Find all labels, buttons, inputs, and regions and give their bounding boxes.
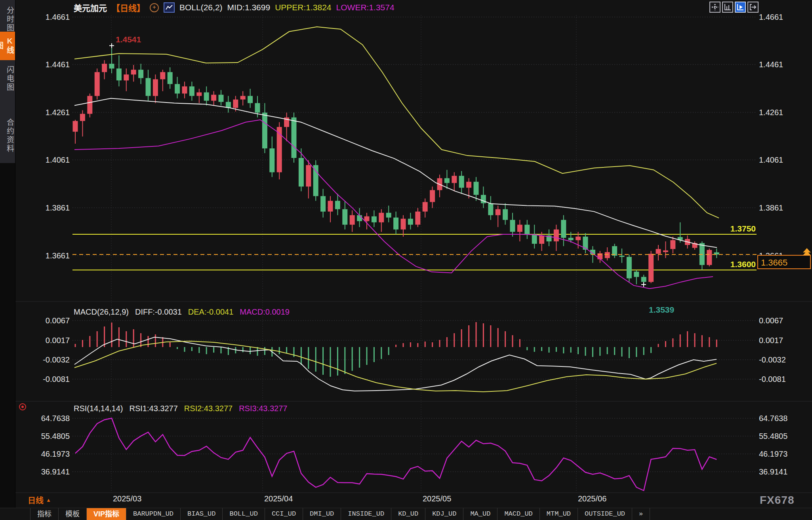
timeframe-button[interactable]: 日线 ▲ (28, 494, 51, 506)
svg-text:0.0017: 0.0017 (46, 336, 70, 345)
svg-text:46.1973: 46.1973 (759, 450, 787, 458)
boll-upper-line (74, 27, 719, 218)
auto-scroll-icon[interactable] (735, 2, 746, 13)
svg-text:-0.0081: -0.0081 (759, 375, 786, 383)
boll-params-label: BOLL(26,2) (179, 3, 223, 12)
macd-dea-label: DEA:-0.0041 (188, 307, 234, 317)
svg-text:36.9141: 36.9141 (41, 467, 70, 476)
macd-params-label: MACD(26,12,9) (74, 307, 129, 317)
svg-text:1.4261: 1.4261 (759, 108, 783, 117)
tab-indicators[interactable]: 指标 (30, 508, 59, 520)
panel-dividers (15, 302, 812, 493)
macd-header: MACD(26,12,9) DIFF:-0.0031 DEA:-0.0041 M… (74, 307, 290, 317)
resistance-label: 1.3750 (730, 224, 756, 233)
tab-templates[interactable]: 模板 (59, 508, 87, 520)
svg-text:55.4805: 55.4805 (41, 432, 70, 440)
tab-bias-ud[interactable]: BIAS_UD (181, 508, 223, 520)
svg-text:1.3861: 1.3861 (46, 203, 70, 212)
tab-vip[interactable]: VIP指标 (87, 508, 126, 520)
tab-outside-ud[interactable]: OUTSIDE_UD (578, 508, 632, 520)
month-gridlines (111, 15, 576, 493)
tab-dmi-ud[interactable]: DMI_UD (303, 508, 341, 520)
add-indicator-icon[interactable]: + (150, 3, 159, 12)
sidebar-item-timeline[interactable]: 分时图 (0, 5, 15, 34)
rsi-header: RSI(14,14,14) RSI1:43.3277 RSI2:43.3277 … (74, 404, 288, 413)
macd-histogram (75, 322, 717, 377)
low-price-label: 1.3539 (649, 305, 674, 314)
svg-text:46.1973: 46.1973 (41, 450, 70, 458)
svg-text:0.0017: 0.0017 (759, 336, 783, 345)
svg-text:1.4261: 1.4261 (46, 108, 70, 117)
low-marker (641, 282, 646, 287)
period-label[interactable]: 【日线】 (112, 2, 145, 13)
candlestick-series (73, 46, 719, 285)
chart-svg[interactable]: 1.46611.46611.44611.44611.42611.42611.40… (0, 0, 812, 508)
price-up-arrow-icon (803, 248, 811, 255)
rsi2-label: RSI2:43.3277 (184, 404, 233, 413)
svg-text:2025/04: 2025/04 (264, 494, 293, 503)
move-crosshair-icon[interactable] (709, 2, 721, 13)
svg-text:-0.0081: -0.0081 (43, 375, 70, 383)
svg-text:1.3861: 1.3861 (759, 203, 783, 212)
tab-kd-ud[interactable]: KD_UD (391, 508, 425, 520)
svg-text:1.4461: 1.4461 (759, 60, 783, 69)
tab-macd-ud[interactable]: MACD_UD (497, 508, 539, 520)
svg-text:1.4061: 1.4061 (759, 156, 783, 164)
tab-kdj-ud[interactable]: KDJ_UD (425, 508, 463, 520)
macd-dea-line (74, 341, 717, 392)
tab-mtm-ud[interactable]: MTM_UD (540, 508, 578, 520)
timeframe-label: 日线 (28, 494, 44, 506)
tab-more[interactable]: » (632, 508, 650, 520)
boll-lower-line (74, 120, 713, 289)
svg-text:1.3661: 1.3661 (46, 251, 70, 260)
boll-upper-label: UPPER:1.3824 (275, 3, 331, 12)
tab-ma-ud[interactable]: MA_UD (463, 508, 497, 520)
level-lines[interactable] (72, 234, 757, 270)
tab-inside-ud[interactable]: INSIDE_UD (341, 508, 391, 520)
svg-text:1.3665: 1.3665 (761, 258, 787, 268)
sidebar-item-contract[interactable]: 合约资料 (0, 117, 15, 155)
bottom-tab-bar: 指标 模板 VIP指标 BARUPDN_UD BIAS_UD BOLL_UD C… (0, 508, 812, 520)
app-window: 1.46611.46611.44611.44611.42611.42611.40… (0, 0, 812, 520)
svg-text:0.0067: 0.0067 (46, 316, 70, 325)
high-marker (109, 43, 114, 48)
svg-text:64.7638: 64.7638 (759, 414, 787, 423)
tab-barupdn-ud[interactable]: BARUPDN_UD (126, 508, 181, 520)
boll-lower-label: LOWER:1.3574 (336, 3, 395, 12)
chart-canvas[interactable]: 1.46611.46611.44611.44611.42611.42611.40… (0, 0, 812, 508)
brand-watermark: FX678 (760, 494, 795, 507)
sidebar-item-flash[interactable]: 闪电图 (0, 64, 15, 93)
svg-text:1.4661: 1.4661 (46, 13, 70, 21)
svg-text:36.9141: 36.9141 (759, 467, 787, 476)
macd-diff-label: DIFF:-0.0031 (135, 307, 182, 317)
svg-text:0.0067: 0.0067 (759, 316, 783, 325)
svg-text:55.4805: 55.4805 (759, 432, 787, 440)
tab-bar-lead (0, 508, 30, 520)
svg-text:2025/03: 2025/03 (113, 494, 141, 503)
svg-text:2025/05: 2025/05 (423, 494, 451, 503)
svg-text:-0.0032: -0.0032 (43, 355, 70, 364)
macd-macd-label: MACD:0.0019 (240, 307, 290, 317)
rsi-params-label: RSI(14,14,14) (74, 404, 123, 413)
chart-type-icon[interactable] (164, 2, 175, 13)
svg-text:2025/06: 2025/06 (578, 494, 606, 503)
boll-mid-label: MID:1.3699 (227, 3, 271, 12)
rsi1-label: RSI1:43.3277 (130, 404, 178, 413)
chart-header: 美元加元 【日线】 + BOLL(26,2) MID:1.3699 UPPER:… (74, 2, 395, 13)
collapse-right-icon[interactable] (747, 2, 759, 13)
svg-text:1.4061: 1.4061 (46, 156, 70, 164)
tab-boll-ud[interactable]: BOLL_UD (223, 508, 265, 520)
symbol-title: 美元加元 (74, 2, 107, 13)
svg-text:64.7638: 64.7638 (41, 414, 70, 423)
sidebar-item-kline[interactable]: K线图 (0, 32, 15, 60)
svg-text:1.4461: 1.4461 (46, 60, 70, 69)
axis-scale-icon[interactable] (722, 2, 733, 13)
svg-text:1.4661: 1.4661 (759, 13, 783, 21)
tab-cci-ud[interactable]: CCI_UD (265, 508, 303, 520)
target-icon[interactable] (19, 403, 26, 410)
svg-text:-0.0032: -0.0032 (759, 355, 786, 364)
chevron-up-icon: ▲ (46, 497, 51, 503)
support-label: 1.3600 (730, 260, 756, 269)
rsi-line (75, 418, 717, 491)
sidebar-filler (0, 163, 15, 508)
